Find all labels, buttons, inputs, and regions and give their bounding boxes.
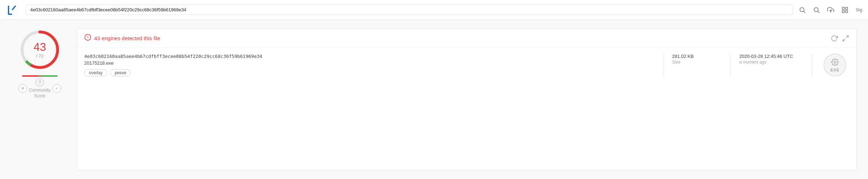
upload-icon[interactable] xyxy=(827,6,834,13)
detection-score-circle: 43 / 72 xyxy=(18,28,61,71)
tag-peexe[interactable]: peexe xyxy=(110,69,131,76)
header: Sig xyxy=(0,0,868,20)
alert-icon xyxy=(84,34,91,43)
file-size-block: 281.02 KB Size xyxy=(672,54,722,65)
svg-line-16 xyxy=(846,36,848,38)
detection-left: 43 engines detected this file xyxy=(84,34,160,43)
svg-rect-6 xyxy=(842,7,845,9)
svg-point-15 xyxy=(88,38,88,39)
divider-3 xyxy=(812,54,812,76)
community-question-icon: ? xyxy=(36,78,44,87)
expand-icon[interactable] xyxy=(842,35,849,42)
detection-banner: 43 engines detected this file xyxy=(77,29,856,48)
file-size-value: 281.02 KB xyxy=(672,54,722,59)
file-hash-block: 4e03c602160aa85aee4b67cdfbff3ecee08b54f2… xyxy=(84,54,655,76)
file-type-label: EXE xyxy=(830,68,839,72)
search-input[interactable] xyxy=(30,7,788,12)
thumb-up-button[interactable]: ✓ xyxy=(53,84,61,93)
thumb-down-button[interactable]: ✕ xyxy=(18,84,27,93)
logo xyxy=(6,3,20,17)
search-icon[interactable] xyxy=(813,6,820,13)
search-bar xyxy=(26,5,793,15)
svg-rect-9 xyxy=(846,10,848,12)
exe-icon: EXE xyxy=(824,54,846,76)
community-score-label: Community Score xyxy=(29,88,51,99)
sig-button[interactable]: Sig xyxy=(856,7,862,12)
file-hash: 4e03c602160aa85aee4b67cdfbff3ecee08b54f2… xyxy=(84,54,655,59)
svg-line-4 xyxy=(818,11,820,13)
info-panel: 43 engines detected this file xyxy=(77,28,857,170)
svg-rect-8 xyxy=(842,10,845,12)
detected-count: 43 xyxy=(33,41,46,53)
main-content: 43 / 72 ✕ ? Community Score ✓ xyxy=(0,20,868,179)
file-time-relative: a moment ago xyxy=(739,60,803,65)
gear-icon xyxy=(831,58,839,68)
score-center: 43 / 72 xyxy=(33,41,46,59)
grid-icon[interactable] xyxy=(841,6,848,13)
divider-1 xyxy=(663,54,664,76)
tag-overlay[interactable]: overlay xyxy=(84,69,107,76)
svg-line-2 xyxy=(804,11,805,13)
svg-rect-7 xyxy=(846,7,848,9)
svg-point-1 xyxy=(800,7,804,12)
total-count: / 72 xyxy=(33,53,46,59)
file-time-value: 2020-03-28 12:45:46 UTC xyxy=(739,54,803,59)
detection-text: 43 engines detected this file xyxy=(94,35,160,41)
svg-line-17 xyxy=(843,39,845,41)
file-search-icon[interactable] xyxy=(799,6,806,13)
score-panel: 43 / 72 ✕ ? Community Score ✓ xyxy=(11,28,68,170)
refresh-icon[interactable] xyxy=(831,35,838,42)
file-details: 4e03c602160aa85aee4b67cdfbff3ecee08b54f2… xyxy=(77,48,856,82)
svg-point-18 xyxy=(834,61,836,63)
file-time-block: 2020-03-28 12:45:46 UTC a moment ago xyxy=(739,54,803,65)
community-score-section: ✕ ? Community Score ✓ xyxy=(11,75,68,99)
file-name: 20175218.exe xyxy=(84,60,655,66)
svg-point-3 xyxy=(814,7,819,12)
community-bottom-row: ✕ ? Community Score ✓ xyxy=(11,78,68,99)
detection-actions xyxy=(831,35,849,42)
file-size-label: Size xyxy=(672,60,722,65)
file-type-icon-block: EXE xyxy=(821,54,849,76)
divider-2 xyxy=(730,54,731,76)
file-tags: overlay peexe xyxy=(84,69,655,76)
community-bar xyxy=(22,75,58,77)
header-icons: Sig xyxy=(799,6,862,13)
